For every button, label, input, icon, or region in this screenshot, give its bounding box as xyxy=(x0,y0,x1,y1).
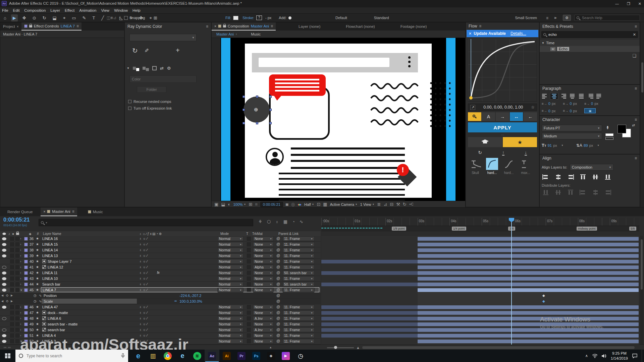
trkmat-dropdown[interactable]: None▼ xyxy=(253,270,274,275)
ray-folder-button[interactable]: Folder xyxy=(137,86,166,93)
visibility-eye-icon[interactable] xyxy=(2,340,6,343)
camera-tool[interactable]: ⬓ xyxy=(51,14,58,21)
layer-bar[interactable] xyxy=(418,248,639,252)
layer-name[interactable]: LINEA 14 xyxy=(42,248,58,252)
show-desktop-sliver[interactable] xyxy=(642,350,643,362)
property-value[interactable]: 100.0,100.0% xyxy=(179,299,202,303)
audio-cell[interactable] xyxy=(10,248,14,252)
mode-dropdown[interactable]: Normal▼ xyxy=(217,253,244,258)
layer-bar[interactable] xyxy=(418,305,639,309)
fill-stroke-swatches[interactable]: ⇄ xyxy=(616,124,635,139)
stopwatch-icon[interactable]: ◷ xyxy=(34,299,37,303)
selection-handle[interactable] xyxy=(243,122,245,124)
layer-bar-head[interactable] xyxy=(321,322,418,326)
flow-curve-editor[interactable] xyxy=(468,39,537,102)
black-chip[interactable] xyxy=(605,137,613,140)
keyframe[interactable]: ◆ xyxy=(542,294,545,297)
fast-previews-icon[interactable]: ⊿ xyxy=(383,202,387,206)
next-keyframe-icon[interactable]: ▶ xyxy=(11,294,13,297)
mode-dropdown[interactable]: Normal▼ xyxy=(217,259,244,264)
layer-bar[interactable] xyxy=(418,265,639,269)
trkmat-dropdown[interactable]: Alpha▼ xyxy=(253,265,274,269)
mode-dropdown[interactable]: Normal▼ xyxy=(217,327,244,332)
trkmat-dropdown[interactable]: None▼ xyxy=(253,339,274,344)
resolution-dropdown[interactable]: Half▼ xyxy=(304,202,314,206)
layer-bar[interactable] xyxy=(418,243,639,246)
keyframe[interactable]: ◆ xyxy=(542,300,545,303)
taskbar-app-illustrator[interactable]: Ai xyxy=(219,350,234,362)
layer-switches[interactable]: ♁☼∕ xyxy=(139,277,148,280)
panel-menu-icon[interactable]: ≡ xyxy=(76,24,79,28)
comp-menu-icon[interactable]: ≡ xyxy=(271,24,273,28)
layer-switches[interactable]: ♁☼∕ xyxy=(139,265,148,269)
pixel-aspect-icon[interactable]: ≣ xyxy=(377,202,381,206)
fx-badge[interactable]: fx xyxy=(157,271,160,275)
lock-cell[interactable] xyxy=(15,271,19,275)
paragraph-align-button-3[interactable] xyxy=(559,93,567,100)
audio-cell[interactable] xyxy=(10,271,14,275)
paragraph-align-button-7[interactable] xyxy=(595,93,603,100)
notification-icon[interactable] xyxy=(632,354,637,358)
align-bottom-button[interactable] xyxy=(603,173,612,181)
indent-field-2[interactable]: ≡→0px xyxy=(563,102,577,106)
paragraph-align-button-5[interactable] xyxy=(577,93,585,100)
layer-name[interactable]: LINEA 12 xyxy=(48,265,63,269)
layer-bar[interactable] xyxy=(418,340,639,343)
trkmat-dropdown[interactable]: None▼ xyxy=(253,236,274,241)
comp-lock-icon[interactable] xyxy=(223,25,226,27)
flow-arrow-both-button[interactable]: ↔ xyxy=(510,112,523,121)
font-size-value[interactable]: 91 xyxy=(547,143,552,147)
label-color-swatch[interactable] xyxy=(24,237,28,241)
mode-dropdown[interactable]: Normal▼ xyxy=(217,310,244,315)
timeline-zoom-track[interactable] xyxy=(327,347,354,348)
layer-switches[interactable]: ♁☼∕ xyxy=(139,288,148,292)
flow-download-icon[interactable]: ↓ xyxy=(525,150,527,156)
col-parent-link[interactable]: Parent & Link xyxy=(278,232,299,236)
layer-bar-head[interactable] xyxy=(321,311,418,315)
reset-exposure-icon[interactable]: ↻ xyxy=(403,202,407,206)
pen-tool[interactable]: ✎ xyxy=(81,14,88,21)
spacing-field-2[interactable]: ≡→0px xyxy=(563,109,577,113)
visibility-eye-icon[interactable] xyxy=(2,254,6,257)
parent-dropdown[interactable]: 11. Frame▼ xyxy=(282,259,315,264)
align-to-dropdown[interactable]: Composition▼ xyxy=(570,164,613,171)
label-color-swatch[interactable] xyxy=(24,260,28,263)
visibility-eye-icon[interactable] xyxy=(2,243,6,246)
close-button[interactable]: ✕ xyxy=(638,2,641,6)
disclosure-icon[interactable]: › xyxy=(20,322,21,326)
layer-bar[interactable] xyxy=(418,260,639,263)
tab-composition[interactable]: × Composition Master Ani ≡ xyxy=(212,22,276,31)
distribute-right-button[interactable] xyxy=(603,189,612,196)
hand-tool[interactable]: ✥ xyxy=(21,14,28,21)
panel-scrollbar-thumb[interactable] xyxy=(641,62,643,93)
zoom-out-mountain-icon[interactable]: ▲ xyxy=(269,346,272,349)
brush-tool[interactable]: ╱ xyxy=(100,14,106,21)
comp-timecode[interactable]: 0:00:05:21 xyxy=(260,202,283,207)
parent-dropdown[interactable]: 11. Frame▼ xyxy=(282,333,315,338)
paragraph-align-button-6[interactable] xyxy=(586,93,594,100)
taskbar-app-dark-app[interactable]: ◈ xyxy=(264,350,278,362)
comp-marker[interactable]: 1/4 point xyxy=(452,227,466,231)
keyframe-diamond-icon[interactable]: ◇ xyxy=(6,299,8,303)
trkmat-dropdown[interactable]: None▼ xyxy=(253,322,274,326)
layer-bar-head[interactable] xyxy=(321,260,418,263)
layer-name[interactable]: LINEA 13 xyxy=(42,254,58,258)
marker-row[interactable]: 1/8 point1/4 point3/8midway point5/8 xyxy=(321,226,639,231)
lock-cell[interactable] xyxy=(15,288,19,292)
flow-arrow-right-button[interactable]: → xyxy=(496,112,509,121)
layer-row[interactable]: ›46★LINEA 47♁☼∕Normal▼None▼@11. Frame▼ xyxy=(0,304,321,310)
tab-footage[interactable]: Footage (none) xyxy=(398,22,430,31)
disclosure-icon[interactable]: › xyxy=(20,328,21,331)
layer-switches[interactable]: ♁☼∕ xyxy=(139,316,148,320)
ray-color-field[interactable]: Color xyxy=(129,75,197,83)
star-icon[interactable]: ★ xyxy=(36,322,39,326)
layer-name[interactable]: LINEA 7 xyxy=(43,288,56,292)
t-cell[interactable] xyxy=(247,322,251,326)
mode-dropdown[interactable]: Normal▼ xyxy=(217,316,244,321)
trkmat-dropdown[interactable]: None▼ xyxy=(253,333,274,338)
rectangle-tool[interactable]: ▭ xyxy=(70,14,77,21)
lock-cell[interactable] xyxy=(15,242,19,246)
distribute-bottom-button[interactable] xyxy=(566,189,575,196)
star-icon[interactable]: ★ xyxy=(36,282,39,286)
star-icon[interactable]: ★ xyxy=(36,305,39,309)
